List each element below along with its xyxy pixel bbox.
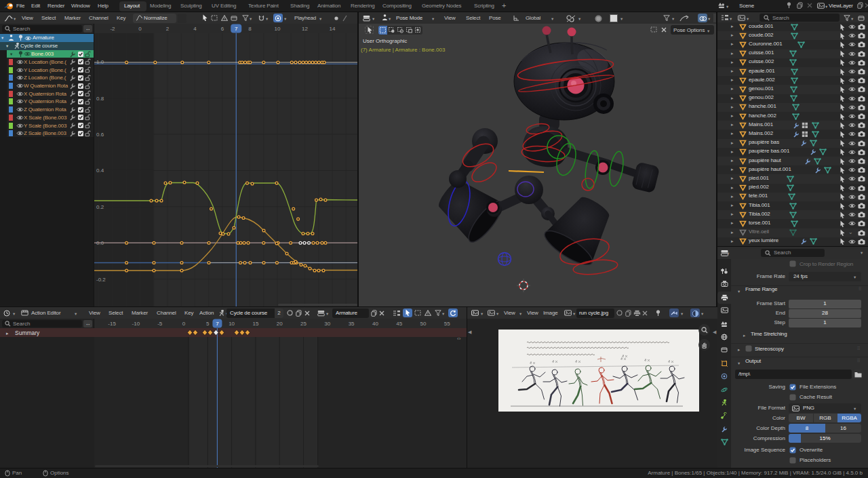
svg-text:‹›: ‹›	[457, 336, 461, 342]
svg-text:2: 2	[166, 26, 170, 32]
svg-text:14: 14	[330, 26, 336, 32]
svg-text:40: 40	[372, 321, 378, 327]
svg-text:12: 12	[302, 26, 308, 32]
svg-text:35: 35	[349, 321, 355, 327]
svg-text:6: 6	[221, 26, 224, 32]
svg-text:5: 5	[206, 321, 210, 327]
svg-text:0.4: 0.4	[96, 167, 104, 174]
svg-text:-0.2: -0.2	[96, 277, 106, 283]
svg-text:30: 30	[324, 321, 330, 327]
svg-text:55: 55	[444, 321, 450, 327]
svg-text:-10: -10	[132, 321, 140, 327]
svg-text:15: 15	[252, 321, 258, 327]
svg-text:10: 10	[275, 26, 281, 32]
svg-text:-15: -15	[108, 321, 116, 327]
svg-text:10: 10	[229, 321, 235, 327]
svg-text:7: 7	[216, 321, 219, 327]
svg-text:-2: -2	[110, 26, 115, 32]
svg-text:0: 0	[182, 321, 186, 327]
svg-text:▸: ▸	[6, 331, 9, 336]
svg-text:50: 50	[420, 321, 427, 327]
svg-text:25: 25	[300, 321, 307, 327]
svg-text:7: 7	[235, 26, 238, 32]
svg-text:8: 8	[248, 26, 252, 32]
svg-text:0: 0	[138, 26, 142, 32]
svg-text:20: 20	[277, 321, 283, 327]
svg-text:0.6: 0.6	[96, 132, 104, 138]
svg-text:45: 45	[396, 321, 402, 327]
svg-text:0.8: 0.8	[96, 96, 104, 102]
svg-text:4: 4	[193, 26, 197, 32]
svg-text:Summary: Summary	[15, 330, 40, 336]
svg-text:-5: -5	[157, 321, 163, 327]
svg-text:0.2: 0.2	[96, 204, 104, 210]
